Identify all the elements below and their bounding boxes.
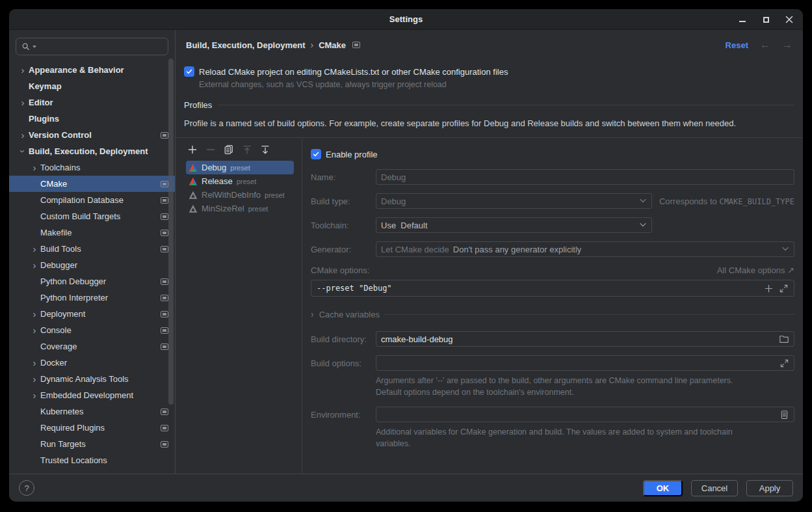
chevron-right-icon[interactable]: ›: [29, 358, 40, 368]
sidebar-item-keymap[interactable]: Keymap: [9, 78, 175, 94]
sidebar-item-makefile[interactable]: Makefile: [9, 224, 175, 241]
back-arrow-icon[interactable]: ←: [760, 39, 770, 51]
chevron-right-icon[interactable]: ›: [17, 98, 29, 107]
cmake-options-field[interactable]: --preset "Debug": [311, 280, 794, 297]
sidebar-item-console[interactable]: ›Console: [9, 322, 175, 338]
project-settings-icon: [161, 246, 168, 252]
cmake-options-label: CMake options:: [311, 265, 369, 275]
enable-profile-checkbox[interactable]: [311, 149, 321, 159]
variables-list-icon[interactable]: [779, 410, 789, 420]
profile-item-release[interactable]: Releasepreset: [186, 174, 294, 188]
sidebar-item-dynamic-analysis-tools[interactable]: ›Dynamic Analysis Tools: [9, 371, 175, 387]
chevron-right-icon[interactable]: ›: [29, 309, 40, 319]
chevron-right-icon[interactable]: ›: [29, 244, 40, 254]
maximize-button[interactable]: [761, 15, 770, 24]
environment-field[interactable]: [376, 407, 794, 422]
settings-search[interactable]: [16, 38, 168, 55]
help-button[interactable]: ?: [19, 480, 34, 496]
add-option-icon[interactable]: [764, 284, 774, 293]
sidebar-item-python-interpreter[interactable]: Python Interpreter: [9, 290, 175, 306]
sidebar-item-run-targets[interactable]: Run Targets: [9, 436, 175, 452]
sidebar-item-editor[interactable]: ›Editor: [9, 94, 175, 111]
plus-icon: [187, 144, 198, 155]
build-options-help: Arguments after '--' are passed to the b…: [376, 375, 794, 398]
settings-sidebar: ›Appearance & BehaviorKeymap›EditorPlugi…: [9, 30, 176, 474]
generator-value-detail: Don't pass any generator explicitly: [453, 245, 582, 254]
chevron-right-icon[interactable]: ›: [29, 325, 40, 335]
toolchain-select[interactable]: Use Default: [376, 217, 652, 233]
build-type-select[interactable]: Debug: [376, 193, 652, 209]
chevron-right-icon[interactable]: ›: [29, 390, 40, 400]
expand-icon[interactable]: [779, 284, 789, 293]
chevron-right-icon[interactable]: ›: [17, 65, 29, 75]
chevron-right-icon[interactable]: ›: [29, 260, 40, 270]
sidebar-item-toolchains[interactable]: ›Toolchains: [9, 159, 175, 176]
add-profile-button[interactable]: [187, 144, 198, 155]
sidebar-item-required-plugins[interactable]: Required Plugins: [9, 420, 175, 436]
cache-variables-section[interactable]: › Cache variables: [311, 309, 794, 319]
build-options-field[interactable]: [376, 355, 794, 371]
sidebar-item-label: Dynamic Analysis Tools: [40, 374, 129, 384]
chevron-right-icon[interactable]: ›: [29, 163, 40, 172]
project-settings-icon: [161, 327, 168, 334]
move-up-button[interactable]: [241, 144, 253, 155]
move-down-button[interactable]: [259, 144, 271, 155]
copy-profile-button[interactable]: [223, 144, 235, 155]
move-down-icon: [260, 144, 270, 155]
breadcrumb-section[interactable]: Build, Execution, Deployment: [186, 40, 305, 50]
maximize-icon: [763, 17, 769, 23]
folder-icon[interactable]: [779, 334, 789, 344]
close-button[interactable]: [785, 15, 794, 24]
sidebar-item-label: Makefile: [40, 228, 72, 237]
all-cmake-options-link[interactable]: All CMake options ↗: [717, 265, 794, 275]
sidebar-item-trusted-locations[interactable]: Trusted Locations: [9, 452, 175, 468]
sidebar-item-label: Deployment: [40, 309, 85, 319]
sidebar-item-build-tools[interactable]: ›Build Tools: [9, 241, 175, 257]
cancel-button[interactable]: Cancel: [691, 480, 738, 496]
generator-select[interactable]: Let CMake decide Don't pass any generato…: [376, 241, 794, 257]
forward-arrow-icon[interactable]: →: [782, 39, 792, 51]
sidebar-item-version-control[interactable]: ›Version Control: [9, 127, 175, 143]
search-input[interactable]: [38, 42, 163, 51]
sidebar-scrollbar[interactable]: [168, 59, 174, 405]
sidebar-item-build-execution-deployment[interactable]: ›Build, Execution, Deployment: [9, 143, 175, 159]
profile-suffix: preset: [248, 205, 268, 213]
name-field[interactable]: Debug: [376, 169, 794, 185]
sidebar-item-plugins[interactable]: Plugins: [9, 111, 175, 127]
sidebar-item-embedded-development[interactable]: ›Embedded Development: [9, 387, 175, 403]
sidebar-item-custom-build-targets[interactable]: Custom Build Targets: [9, 208, 175, 224]
expand-icon[interactable]: [779, 358, 789, 368]
sidebar-item-cmake[interactable]: CMake: [9, 176, 175, 192]
sidebar-item-docker[interactable]: ›Docker: [9, 355, 175, 371]
sidebar-item-appearance-behavior[interactable]: ›Appearance & Behavior: [9, 62, 175, 78]
reload-cmake-checkbox[interactable]: [184, 66, 194, 77]
sidebar-item-coverage[interactable]: Coverage: [9, 338, 175, 355]
remove-profile-button[interactable]: [205, 144, 216, 155]
generator-value: Let CMake decide: [381, 245, 449, 254]
sidebar-item-label: Version Control: [29, 130, 92, 140]
project-settings-icon: [161, 409, 168, 415]
settings-main: Build, Execution, Deployment › CMake Res…: [176, 30, 803, 474]
sidebar-item-debugger[interactable]: ›Debugger: [9, 257, 175, 273]
chevron-down-icon[interactable]: ›: [18, 146, 28, 157]
ok-button[interactable]: OK: [643, 480, 683, 496]
profile-item-minsizerel[interactable]: MinSizeRelpreset: [186, 202, 294, 215]
sidebar-item-kubernetes[interactable]: Kubernetes: [9, 403, 175, 420]
chevron-right-icon[interactable]: ›: [29, 374, 40, 384]
build-type-value: Debug: [381, 196, 406, 206]
sidebar-item-compilation-database[interactable]: Compilation Database: [9, 192, 175, 208]
toolchain-value: Use Default: [381, 221, 428, 230]
search-filter-caret-icon: [33, 46, 36, 48]
minimize-button[interactable]: [738, 15, 747, 24]
sidebar-item-label: Editor: [29, 98, 53, 107]
build-directory-field[interactable]: cmake-build-debug: [376, 331, 794, 347]
sidebar-item-deployment[interactable]: ›Deployment: [9, 306, 175, 322]
chevron-right-icon[interactable]: ›: [17, 130, 29, 140]
profile-item-relwithdebinfo[interactable]: RelWithDebInfopreset: [186, 188, 294, 202]
sidebar-item-python-debugger[interactable]: Python Debugger: [9, 273, 175, 290]
apply-button[interactable]: Apply: [746, 480, 793, 496]
reset-link[interactable]: Reset: [726, 40, 748, 50]
profile-item-debug[interactable]: Debugpreset: [186, 161, 294, 174]
header-bar: Build, Execution, Deployment › CMake Res…: [176, 30, 803, 60]
profile-suffix: preset: [230, 164, 250, 172]
